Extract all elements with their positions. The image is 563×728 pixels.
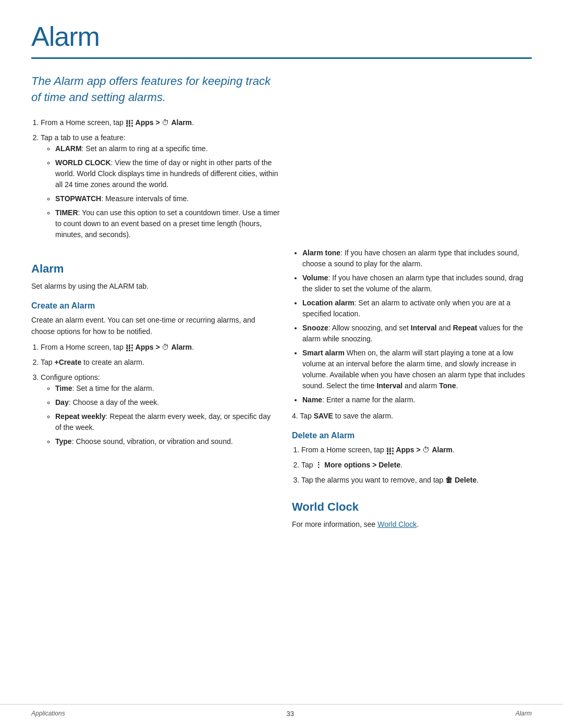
option-location-alarm: Location alarm: Set an alarm to activate… <box>302 298 532 319</box>
page-title: Alarm <box>31 21 532 52</box>
option-name: Name: Enter a name for the alarm. <box>302 394 532 405</box>
option-volume: Volume: If you have chosen an alarm type… <box>302 273 532 294</box>
alarm-label-2: Alarm <box>171 343 192 351</box>
delete-alarm-heading: Delete an Alarm <box>292 431 532 440</box>
world-clock-link[interactable]: World Clock <box>377 520 417 528</box>
feature-stopwatch: STOPWATCH: Measure intervals of time. <box>55 193 287 204</box>
apps-label-3: Apps > <box>396 446 421 454</box>
create-alarm-steps: From a Home screen, tap ⠿ Apps > ⏱ Alarm… <box>41 342 271 447</box>
footer-right: Alarm <box>516 710 532 718</box>
option-alarm-tone: Alarm tone: If you have chosen an alarm … <box>302 248 532 269</box>
apps-label-2: Apps > <box>136 343 160 351</box>
intro-text: The Alarm app offers features for keepin… <box>31 73 282 106</box>
step-4: 4. Tap SAVE to save the alarm. <box>292 411 532 422</box>
page-content: Alarm The Alarm app offers features for … <box>0 0 563 566</box>
alarm-section-intro: Set alarms by using the ALARM tab. <box>31 281 271 292</box>
apps-label: Apps > <box>136 118 160 127</box>
left-column: Alarm Set alarms by using the ALARM tab.… <box>31 248 271 535</box>
alarm-icon-1: ⏱ <box>162 118 169 127</box>
apps-icon-3: ⠿ <box>386 447 394 454</box>
right-column: Alarm tone: If you have chosen an alarm … <box>292 248 532 535</box>
world-clock-heading: World Clock <box>292 500 532 514</box>
delete-alarm-steps: From a Home screen, tap ⠿ Apps > ⏱ Alarm… <box>301 445 532 486</box>
alarm-label-1: Alarm <box>171 118 192 127</box>
world-clock-prefix: For more information, see <box>292 520 377 528</box>
delete-step-1: From a Home screen, tap ⠿ Apps > ⏱ Alarm… <box>301 445 532 455</box>
feature-list: ALARM: Set an alarm to ring at a specifi… <box>55 143 287 240</box>
world-clock-suffix: . <box>417 520 419 528</box>
page-footer: Applications 33 Alarm <box>0 704 563 718</box>
more-options-dots: ⋮ More options > Delete <box>315 461 400 469</box>
footer-left: Applications <box>31 710 65 718</box>
create-step-3: Configure options: Time: Set a time for … <box>41 372 271 447</box>
create-alarm-heading: Create an Alarm <box>31 301 271 311</box>
alarm-section-heading: Alarm <box>31 262 271 276</box>
delete-step-2: Tap ⋮ More options > Delete. <box>301 460 532 471</box>
apps-icon-2: ⠿ <box>126 344 133 351</box>
feature-timer: TIMER: You can use this option to set a … <box>55 207 287 240</box>
delete-step-3: Tap the alarms you want to remove, and t… <box>301 475 532 486</box>
intro-step-2: Tap a tab to use a feature: ALARM: Set a… <box>41 132 287 240</box>
world-clock-text: For more information, see World Clock. <box>292 519 532 530</box>
footer-page-number: 33 <box>286 710 293 718</box>
option-day: Day: Choose a day of the week. <box>55 397 271 408</box>
alarm-label-3: Alarm <box>432 446 452 454</box>
option-smart-alarm: Smart alarm When on, the alarm will star… <box>302 348 532 391</box>
two-column-layout: Alarm Set alarms by using the ALARM tab.… <box>31 248 532 535</box>
feature-world-clock: WORLD CLOCK: View the time of day or nig… <box>55 157 287 190</box>
intro-step-1: From a Home screen, tap ⠿ Apps > ⏱ Alarm… <box>41 117 287 128</box>
intro-list: From a Home screen, tap ⠿ Apps > ⏱ Alarm… <box>41 117 287 240</box>
configure-options-list: Time: Set a time for the alarm. Day: Cho… <box>55 383 271 447</box>
create-plus-icon: +Create <box>54 358 81 366</box>
option-snooze: Snooze: Allow snoozing, and set Interval… <box>302 323 532 344</box>
feature-alarm: ALARM: Set an alarm to ring at a specifi… <box>55 143 287 154</box>
create-alarm-intro: Create an alarm event. You can set one-t… <box>31 315 271 337</box>
title-divider <box>31 57 532 59</box>
intro-steps: From a Home screen, tap ⠿ Apps > ⏱ Alarm… <box>31 117 287 248</box>
alarm-options-list: Alarm tone: If you have chosen an alarm … <box>302 248 532 405</box>
alarm-icon-2: ⏱ <box>162 343 169 351</box>
trash-delete-label: 🗑 Delete <box>445 476 476 484</box>
create-step-1: From a Home screen, tap ⠿ Apps > ⏱ Alarm… <box>41 342 271 353</box>
option-repeat-weekly: Repeat weekly: Repeat the alarm every we… <box>55 411 271 433</box>
alarm-icon-3: ⏱ <box>422 446 430 454</box>
create-step-2: Tap +Create to create an alarm. <box>41 357 271 368</box>
apps-icon: ⠿ <box>126 119 133 127</box>
option-time: Time: Set a time for the alarm. <box>55 383 271 394</box>
option-type: Type: Choose sound, vibration, or vibrat… <box>55 436 271 447</box>
